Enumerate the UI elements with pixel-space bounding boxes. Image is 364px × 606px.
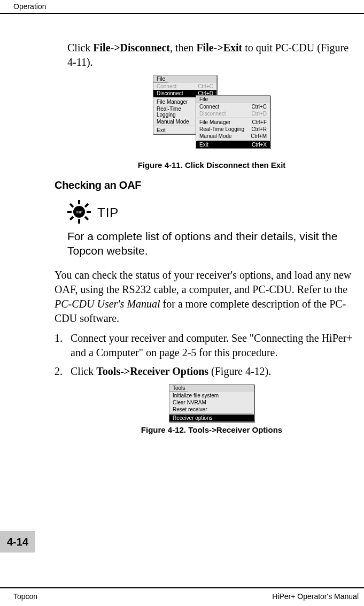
text: (Figure 4-12). bbox=[208, 365, 271, 377]
page-number-tab: 4-14 bbox=[0, 531, 35, 553]
menu-item-label: File Manager bbox=[199, 119, 230, 125]
figure-4-12: Tools Initialize file systemClear NVRAMR… bbox=[67, 384, 356, 422]
menu-item[interactable]: File ManagerCtrl+F bbox=[196, 119, 270, 126]
footer-right: HiPer+ Operator's Manual bbox=[272, 592, 359, 601]
menu-item[interactable]: Receiver options bbox=[169, 415, 254, 421]
figure-4-11-caption: Figure 4-11. Click Disconnect then Exit bbox=[67, 160, 356, 170]
svg-text:TIP: TIP bbox=[76, 210, 83, 214]
cursor-icon: ➤ bbox=[222, 149, 228, 157]
menu-item-label: Exit bbox=[157, 127, 166, 133]
menu-item[interactable]: Clear NVRAM bbox=[169, 399, 254, 406]
tools-menu: Tools Initialize file systemClear NVRAMR… bbox=[169, 384, 254, 422]
menu-path-disconnect: File->Disconnect bbox=[93, 42, 170, 53]
menu-item[interactable]: Initialize file system bbox=[169, 392, 254, 399]
svg-rect-6 bbox=[69, 216, 74, 220]
menu-item-accelerator: Ctrl+X bbox=[252, 142, 267, 148]
menu-item-accelerator: Ctrl+M bbox=[251, 133, 267, 139]
figure-4-11: File ConnectCtrl+CDisconnectCtrl+DFile M… bbox=[67, 75, 356, 157]
tip-label: TIP bbox=[97, 205, 119, 220]
menu-item-label: Real-Time Logging bbox=[199, 126, 244, 132]
menu-item-label: Clear NVRAM bbox=[173, 400, 206, 405]
text: Click bbox=[71, 365, 96, 377]
menu-title: File bbox=[196, 96, 211, 103]
menu-item[interactable]: ConnectCtrl+C bbox=[153, 83, 216, 90]
menu-item-label: Exit bbox=[199, 142, 208, 148]
step-number: 1. bbox=[55, 331, 71, 360]
menu-title: Tools bbox=[169, 385, 188, 392]
intro-paragraph: Click File->Disconnect, then File->Exit … bbox=[67, 41, 356, 70]
menu-item-label: Manual Mode bbox=[199, 133, 232, 139]
text: You can check the status of your receive… bbox=[55, 269, 351, 295]
menu-path-receiver-options: Tools->Receiver Options bbox=[96, 365, 208, 377]
svg-rect-7 bbox=[84, 216, 89, 220]
header-section-title: Operation bbox=[13, 2, 364, 13]
menu-item-accelerator: Ctrl+C bbox=[198, 83, 213, 89]
svg-rect-0 bbox=[78, 200, 80, 204]
svg-rect-3 bbox=[87, 211, 91, 213]
menu-item-label: Disconnect bbox=[157, 90, 183, 96]
menu-item[interactable]: ConnectCtrl+C bbox=[196, 103, 270, 110]
page-content: Click File->Disconnect, then File->Exit … bbox=[0, 14, 364, 434]
menu-item-accelerator: Ctrl+R bbox=[251, 126, 267, 132]
menu-item-label: Connect bbox=[199, 104, 219, 110]
menu-item[interactable]: ExitCtrl+X bbox=[196, 141, 270, 148]
menu-item-label: Manual Mode bbox=[157, 119, 189, 125]
page-number: 4-14 bbox=[7, 536, 28, 548]
tip-block: TIP TIP For a complete list of options a… bbox=[67, 200, 356, 258]
file-menu-2: File ConnectCtrl+CDisconnectCtrl+DFile M… bbox=[196, 95, 270, 149]
menu-item-label: Disconnect bbox=[199, 111, 226, 117]
footer-left: Topcon bbox=[13, 592, 37, 601]
menu-item-label: Reset receiver bbox=[173, 406, 207, 412]
text: Click bbox=[67, 42, 93, 53]
svg-rect-2 bbox=[67, 211, 72, 213]
body-paragraph: You can check the status of your receive… bbox=[55, 268, 356, 326]
svg-rect-5 bbox=[84, 203, 89, 208]
menu-item-label: Real-Time Logging bbox=[157, 106, 191, 118]
menu-item-label: Receiver options bbox=[173, 415, 212, 421]
menu-item-accelerator: Ctrl+F bbox=[252, 119, 267, 125]
page-footer: Topcon HiPer+ Operator's Manual bbox=[0, 587, 364, 601]
svg-rect-1 bbox=[78, 219, 80, 224]
text: , then bbox=[170, 42, 196, 53]
menu-item-accelerator: Ctrl+D bbox=[251, 111, 267, 117]
step-2: 2. Click Tools->Receiver Options (Figure… bbox=[55, 364, 356, 379]
menu-item[interactable]: Reset receiver bbox=[169, 406, 254, 413]
manual-reference: PC-CDU User's Manual bbox=[55, 298, 160, 310]
svg-rect-4 bbox=[69, 203, 74, 208]
figure-4-12-caption: Figure 4-12. Tools->Receiver Options bbox=[67, 425, 356, 434]
menu-item-label: Connect bbox=[157, 83, 176, 89]
menu-title: File bbox=[153, 75, 168, 83]
section-heading-checking-oaf: Checking an OAF bbox=[55, 179, 356, 191]
tip-icon: TIP bbox=[67, 200, 91, 226]
menu-item-label: Initialize file system bbox=[173, 393, 219, 398]
step-number: 2. bbox=[55, 364, 71, 379]
menu-item[interactable]: Real-Time LoggingCtrl+R bbox=[196, 126, 270, 133]
procedure-steps: 1. Connect your receiver and computer. S… bbox=[55, 331, 356, 379]
menu-item-label: File Manager bbox=[157, 99, 188, 105]
tip-body-text: For a complete list of options and their… bbox=[67, 229, 356, 258]
step-text: Connect your receiver and computer. See … bbox=[71, 331, 356, 360]
menu-item-accelerator: Ctrl+C bbox=[251, 104, 267, 110]
menu-path-exit: File->Exit bbox=[196, 42, 242, 53]
page-header: Operation bbox=[0, 0, 364, 14]
menu-item[interactable]: DisconnectCtrl+D bbox=[196, 110, 270, 117]
menu-item[interactable]: Manual ModeCtrl+M bbox=[196, 133, 270, 140]
step-1: 1. Connect your receiver and computer. S… bbox=[55, 331, 356, 360]
